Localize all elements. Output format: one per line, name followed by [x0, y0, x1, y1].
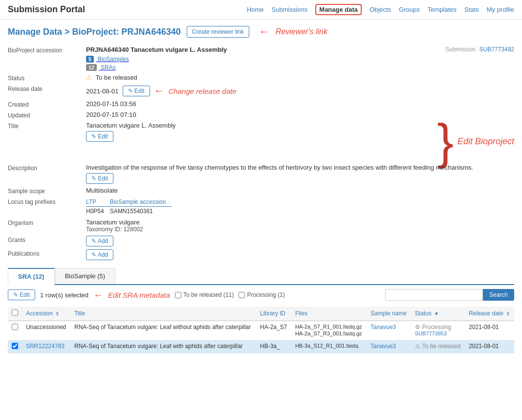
sample-scope-label: Sample scope — [8, 187, 86, 195]
table-controls: ✎ Edit 1 row(s) selected ← Edit SRA meta… — [8, 285, 514, 305]
nav-templates[interactable]: Templates — [428, 6, 457, 13]
col-sample-name: Sample name — [367, 307, 411, 321]
row2-file1: HB-3a_S12_R1_001.fastq. — [295, 343, 363, 349]
updated-label: Updated — [8, 111, 86, 119]
sras-label: SRAs — [101, 64, 116, 71]
accession-sort-icon: ⇕ — [55, 311, 59, 316]
status-value: ⚠ To be released — [86, 74, 514, 82]
organism-value: Tanacetum vulgare Taxonomy ID: 128002 — [86, 219, 514, 233]
row2-accession-link[interactable]: SRR12224783 — [26, 343, 65, 350]
nav-my-profile[interactable]: My profile — [487, 6, 514, 13]
processing-filter[interactable]: Processing (1) — [239, 291, 284, 298]
edit-bioproject-annotation-block: } Edit Bioproject — [437, 122, 514, 161]
sras-badge-link[interactable]: 12 SRAs — [86, 64, 116, 71]
row1-accession-cell: Unaccessioned — [22, 321, 70, 340]
sample-scope-value: Multiisolate — [86, 187, 514, 195]
row1-release-date-cell: 2021-08-01 — [465, 321, 514, 340]
row1-sample-link[interactable]: Tanavue3 — [370, 324, 396, 331]
processing-label: Processing (1) — [247, 291, 284, 298]
biosamples-badge-link[interactable]: 5 BioSamples — [86, 55, 129, 63]
row2-sample-name-cell: Tanavue3 — [367, 340, 411, 354]
create-reviewer-link-button[interactable]: Create reviewer link — [187, 26, 249, 38]
breadcrumb-separator: > — [65, 27, 70, 37]
table-body: Unaccessioned RNA-Seq of Tanacetum vulga… — [8, 321, 514, 354]
submission-label: Submission — [445, 46, 476, 53]
bioproject-accession-text: PRJNA646340 Tanacetum vulgare L. Assembl… — [86, 46, 227, 53]
sample-scope-row: Sample scope Multiisolate — [8, 187, 514, 195]
row1-title-cell: RNA-Seq of Tanacetum vulgare: Leaf witho… — [70, 321, 256, 340]
edit-description-button[interactable]: ✎ Edit — [86, 173, 113, 184]
row1-sample-name-cell: Tanavue3 — [367, 321, 411, 340]
arrow-change-date-icon: ← — [154, 85, 165, 97]
edit-title-button[interactable]: ✎ Edit — [86, 131, 113, 142]
edit-sra-button[interactable]: ✎ Edit — [8, 289, 35, 300]
bioproject-accession-label: BioProject accession — [8, 46, 86, 71]
row1-accession: Unaccessioned — [26, 324, 66, 331]
bioproject-accession-value: PRJNA646340 Tanacetum vulgare L. Assembl… — [86, 46, 445, 71]
main-nav: Home Submissions Manage data Objects Gro… — [247, 4, 514, 15]
to-be-released-checkbox[interactable] — [175, 292, 181, 298]
description-row: Description Investigation of the respons… — [8, 164, 514, 184]
table-row: SRR12224783 RNA-Seq of Tanacetum vulgare… — [8, 340, 514, 354]
row1-checkbox-cell — [8, 321, 22, 340]
publications-label: Publications — [8, 249, 86, 260]
processing-checkbox[interactable] — [239, 292, 245, 298]
col-status[interactable]: Status ▼ — [411, 307, 465, 321]
row2-checkbox[interactable] — [12, 343, 18, 349]
nav-manage-data[interactable]: Manage data — [315, 4, 362, 15]
locus-biosample-value: SAMN15540381 — [110, 207, 172, 216]
title-value: Tanacetum vulgare L. Assembly ✎ Edit — [86, 122, 398, 161]
add-grants-button[interactable]: ✎ Add — [86, 236, 113, 246]
title-label: Title — [8, 122, 86, 161]
nav-submissions[interactable]: Submissions — [272, 6, 308, 13]
row2-release-date-cell: 2021-08-01 — [465, 340, 514, 354]
description-label: Description — [8, 164, 86, 184]
grants-label: Grants — [8, 236, 86, 246]
select-all-checkbox[interactable] — [12, 309, 18, 316]
tabs-container: SRA (12) BioSample (5) — [8, 268, 514, 285]
search-box: Search — [385, 289, 514, 301]
description-value: Investigation of the response of five ta… — [86, 164, 514, 184]
app-title: Submission Portal — [8, 4, 85, 15]
nav-groups[interactable]: Groups — [399, 6, 420, 13]
breadcrumb-manage-data[interactable]: Manage Data — [8, 27, 62, 37]
right-bracket-icon: } — [437, 122, 454, 161]
title-text: Tanacetum vulgare L. Assembly — [86, 122, 398, 129]
to-be-released-filter[interactable]: To be released (11) — [175, 291, 234, 298]
breadcrumb: Manage Data > BioProject: PRJNA646340 — [8, 27, 181, 37]
row2-sample-link[interactable]: Tanavue3 — [370, 343, 396, 350]
col-release-date[interactable]: Release date ⇕ — [465, 307, 514, 321]
row1-file1: HA-2a_S7_R1_001.fastq.gz — [295, 324, 363, 330]
table-header: Accession ⇕ Title Library ID Files Sampl… — [8, 307, 514, 321]
locus-tag-label: Locus tag prefixes — [8, 198, 86, 216]
row2-files-cell: HB-3a_S12_R1_001.fastq. — [291, 340, 367, 354]
status-row: Status ⚠ To be released — [8, 74, 514, 82]
row2-accession-cell: SRR12224783 — [22, 340, 70, 354]
submission-link[interactable]: SUB7773492 — [479, 46, 514, 53]
col-accession[interactable]: Accession ⇕ — [22, 307, 70, 321]
tab-biosample[interactable]: BioSample (5) — [55, 268, 115, 284]
row1-status: ⚙ Processing — [415, 324, 461, 331]
clock-icon: ⚠ — [415, 343, 420, 350]
col-files: Files — [291, 307, 367, 321]
change-release-date-annotation: Change release date — [169, 87, 237, 95]
row1-files-cell: HA-2a_S7_R1_001.fastq.gz HA-2a_S7_R3_001… — [291, 321, 367, 340]
publications-row: Publications ✎ Add — [8, 249, 514, 260]
row1-status-sub-link[interactable]: SUB7773853 — [415, 331, 461, 336]
nav-stats[interactable]: Stats — [464, 6, 479, 13]
edit-release-date-button[interactable]: ✎ Edit — [123, 86, 150, 96]
col-library-id: Library ID — [256, 307, 291, 321]
organism-text: Tanacetum vulgare — [86, 219, 514, 226]
row1-status-text: Processing — [422, 324, 451, 331]
tab-sra[interactable]: SRA (12) — [8, 268, 55, 285]
status-text: To be released — [95, 74, 137, 81]
nav-home[interactable]: Home — [247, 6, 264, 13]
release-date-value: 2021-08-01 ✎ Edit ← Change release date — [86, 85, 514, 97]
search-input[interactable] — [385, 289, 483, 301]
row1-checkbox[interactable] — [12, 324, 18, 330]
sra-data-table: Accession ⇕ Title Library ID Files Sampl… — [8, 307, 514, 354]
nav-objects[interactable]: Objects — [370, 6, 391, 13]
search-button[interactable]: Search — [483, 289, 514, 301]
row1-library-id-cell: HA-2a_S7 — [256, 321, 291, 340]
add-publications-button[interactable]: ✎ Add — [86, 249, 113, 260]
